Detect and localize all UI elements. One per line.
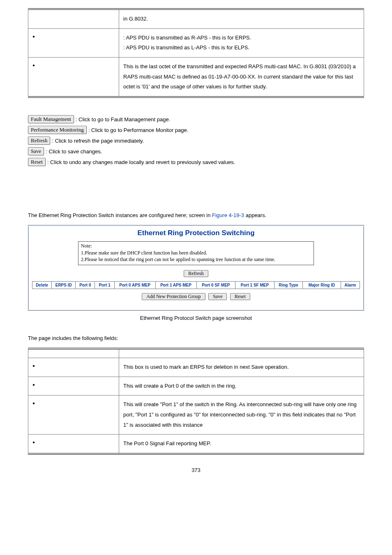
note-box: Note: 1.Please make sure the DHCP client…	[78, 241, 314, 265]
button-desc-text: : Click to go to Fault Management page.	[76, 116, 171, 123]
fields-intro: The page includes the following fields:	[28, 333, 364, 344]
figure-ref-link[interactable]: Figure 4-19-3	[212, 212, 244, 218]
save-button[interactable]: Save	[28, 147, 44, 155]
button-desc-row: Reset : Click to undo any changes made l…	[28, 158, 364, 166]
field-label: ●	[28, 358, 119, 377]
field-desc: This box is used to mark an ERPS for del…	[119, 358, 364, 377]
bullet-icon: ●	[32, 400, 35, 405]
fields-head-description	[119, 349, 364, 358]
field-desc: This will create a Port 0 of the switch …	[119, 377, 364, 395]
button-desc-row: Performance Monitoring : Click to go to …	[28, 126, 364, 134]
col-port1-aps-mep: Port 1 APS MEP	[155, 282, 196, 289]
erps-header-table: Delete ERPS ID Port 0 Port 1 Port 0 APS …	[32, 281, 360, 289]
reset-button[interactable]: Reset	[28, 158, 46, 166]
col-port1: Port 1	[95, 282, 114, 289]
table-row: ● This will create a Port 0 of the switc…	[28, 377, 364, 395]
button-desc-row: Fault Management : Click to go to Fault …	[28, 115, 364, 123]
figure-caption: Ethernet Ring Protocol Switch page scree…	[28, 315, 364, 321]
button-desc-row: Refresh : Click to refresh the page imme…	[28, 136, 364, 145]
intro-paragraph: The Ethernet Ring Protection Switch inst…	[28, 210, 364, 221]
bullet-icon: ●	[32, 62, 35, 67]
button-desc-text: : Click to save changes.	[46, 148, 102, 155]
bullet-icon: ●	[32, 381, 35, 387]
param-desc: : APS PDU is transmitted as R-APS - this…	[119, 28, 364, 57]
panel-refresh-button[interactable]: Refresh	[184, 270, 208, 277]
col-port0-aps-mep: Port 0 APS MEP	[114, 282, 155, 289]
param-label	[28, 9, 119, 28]
table-row: ● The Port 0 Signal Fail reporting MEP.	[28, 435, 364, 454]
col-ring-type: Ring Type	[274, 282, 302, 289]
button-desc-text: : Click to refresh the page immediately.	[52, 138, 144, 144]
col-port0: Port 0	[76, 282, 95, 289]
bullet-icon: ●	[32, 362, 35, 368]
add-protection-group-button[interactable]: Add New Protection Group	[142, 293, 205, 300]
param-label: ●	[28, 28, 119, 57]
bullet-icon: ●	[32, 439, 35, 444]
param-label: ●	[28, 58, 119, 97]
button-desc-text: : Click to go to Performance Monitor pag…	[88, 127, 189, 133]
param-desc: in G.8032.	[119, 9, 364, 28]
erps-screenshot-panel: Ethernet Ring Protection Switching Note:…	[28, 225, 364, 311]
col-major-ring-id: Major Ring ID	[303, 282, 341, 289]
note-head: Note:	[81, 243, 311, 250]
param-table-continued: in G.8032. ● : APS PDU is transmitted as…	[28, 8, 364, 98]
fields-table: ● This box is used to mark an ERPS for d…	[28, 348, 364, 455]
intro-prefix: The Ethernet Ring Protection Switch inst…	[28, 212, 212, 218]
col-erps-id: ERPS ID	[52, 282, 76, 289]
table-row: ● This box is used to mark an ERPS for d…	[28, 358, 364, 377]
button-desc-row: Save : Click to save changes.	[28, 147, 364, 155]
field-desc: This will create "Port 1" of the switch …	[119, 395, 364, 435]
panel-save-button[interactable]: Save	[208, 293, 227, 300]
refresh-button[interactable]: Refresh	[28, 136, 50, 145]
panel-title: Ethernet Ring Protection Switching	[32, 229, 360, 237]
param-desc: This is the last octet of the transmitte…	[119, 58, 364, 97]
performance-monitoring-button[interactable]: Performance Monitoring	[28, 126, 87, 134]
panel-reset-button[interactable]: Reset	[230, 293, 250, 300]
field-label: ●	[28, 377, 119, 395]
desc-line: : APS PDU is transmitted as L-APS - this…	[123, 43, 360, 53]
col-port0-sf-mep: Port 0 SF MEP	[196, 282, 235, 289]
col-delete: Delete	[32, 282, 52, 289]
field-desc: The Port 0 Signal Fail reporting MEP.	[119, 435, 364, 454]
intro-suffix: appears.	[244, 212, 266, 218]
desc-line: : APS PDU is transmitted as R-APS - this…	[123, 33, 360, 43]
field-label: ●	[28, 435, 119, 454]
fault-management-button[interactable]: Fault Management	[28, 115, 74, 123]
page-number: 373	[28, 467, 364, 473]
field-label: ●	[28, 395, 119, 435]
table-row: ● This will create "Port 1" of the switc…	[28, 395, 364, 435]
col-alarm: Alarm	[341, 282, 360, 289]
bullet-icon: ●	[32, 33, 35, 39]
note-line: 2.Please be noticed that the ring port c…	[81, 256, 311, 263]
col-port1-sf-mep: Port 1 SF MEP	[235, 282, 274, 289]
note-line: 1.Please make sure the DHCP client funct…	[81, 250, 311, 257]
fields-head-object	[28, 349, 119, 358]
button-desc-text: : Click to undo any changes made locally…	[47, 159, 235, 165]
